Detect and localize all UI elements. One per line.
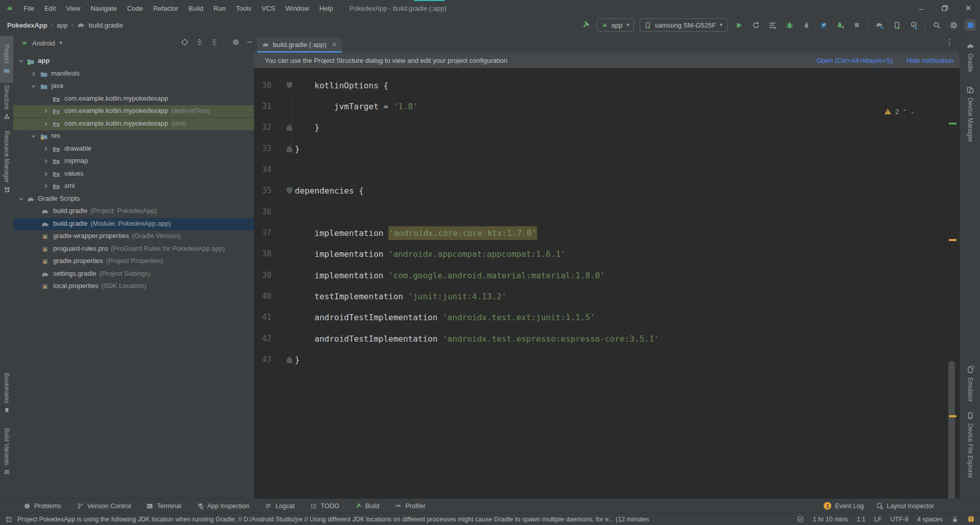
menu-build[interactable]: Build <box>183 5 208 12</box>
build-hammer-icon[interactable] <box>580 19 591 31</box>
chevron-right-icon[interactable] <box>42 157 50 165</box>
prev-warning-icon[interactable]: ⌃ <box>902 109 906 114</box>
sidebar-item-device-manager[interactable]: Device Manager <box>960 86 980 142</box>
toolwindow-profiler[interactable]: Profiler <box>394 503 426 510</box>
chevron-right-icon[interactable] <box>42 170 50 178</box>
tree-row-xml[interactable]: xml <box>13 180 254 193</box>
tab-close-icon[interactable]: ✕ <box>332 41 337 49</box>
sidebar-item-build-variants[interactable]: Build Variants <box>0 428 13 475</box>
collapse-all-icon[interactable] <box>211 38 218 46</box>
tree-row-gradle-wrapper-properties[interactable]: gradle-wrapper.properties(Gradle Version… <box>13 230 254 243</box>
attach-debugger-button[interactable] <box>801 19 812 31</box>
menu-navigate[interactable]: Navigate <box>85 5 122 12</box>
tree-row-proguard-rules[interactable]: proguard-rules.pro(ProGuard Rules for Po… <box>13 243 254 255</box>
fold-marker-icon[interactable] <box>287 82 292 89</box>
toolwindow-version-control[interactable]: Version Control <box>77 503 131 510</box>
tree-row-values[interactable]: values <box>13 168 254 180</box>
fold-marker-icon[interactable] <box>287 187 292 194</box>
sidebar-item-emulator[interactable]: Emulator <box>960 366 980 402</box>
close-button[interactable]: ✕ <box>956 0 980 16</box>
device-select[interactable]: samsung SM-G525F ▼ <box>640 18 728 32</box>
menu-edit[interactable]: Edit <box>39 5 61 12</box>
tree-row-build-gradle-project[interactable]: build.gradle(Project: PokedexApp) <box>13 205 254 218</box>
settings-button[interactable] <box>948 19 959 31</box>
menu-window[interactable]: Window <box>281 5 314 12</box>
next-warning-icon[interactable]: ⌄ <box>911 109 915 114</box>
tree-row-drawable[interactable]: drawable <box>13 143 254 155</box>
toolwindow-todo[interactable]: TODO <box>310 503 339 510</box>
stop-button[interactable] <box>851 19 862 31</box>
menu-vcs[interactable]: VCS <box>256 5 281 12</box>
minimize-button[interactable]: – <box>909 0 933 16</box>
tree-row-build-gradle-module[interactable]: build.gradle(Module: PokedexApp.app) <box>13 218 254 230</box>
sidebar-item-structure[interactable]: Structure <box>0 85 13 120</box>
menu-help[interactable]: Help <box>314 5 338 12</box>
notification-hide-link[interactable]: Hide notification <box>906 57 954 64</box>
retry-debug-button[interactable] <box>834 19 846 31</box>
tab-build-gradle-app[interactable]: build.gradle (:app) ✕ <box>257 38 342 53</box>
tree-row-settings-gradle[interactable]: settings.gradle(Project Settings) <box>13 268 254 280</box>
layout-inspector-button[interactable]: Layout Inspector <box>876 503 934 510</box>
notification-open-link[interactable]: Open (Ctrl+Alt+Mayús+S) <box>816 57 893 64</box>
tree-row-java[interactable]: java <box>13 80 254 92</box>
hide-panel-icon[interactable] <box>246 38 253 46</box>
fold-marker-icon[interactable] <box>287 124 292 131</box>
tree-row-local-properties[interactable]: local.properties(SDK Location) <box>13 280 254 293</box>
toolwindow-terminal[interactable]: Terminal <box>146 503 181 510</box>
file-encoding[interactable]: UTF-8 <box>891 516 908 523</box>
tree-row-mipmap[interactable]: mipmap <box>13 155 254 168</box>
tree-row-res[interactable]: res <box>13 130 254 142</box>
sidebar-item-device-file-explorer[interactable]: Device File Explorer <box>960 412 980 478</box>
menu-view[interactable]: View <box>61 5 85 12</box>
menu-file[interactable]: File <box>18 5 39 12</box>
toolwindow-problems[interactable]: Problems <box>24 503 61 510</box>
toolwindow-logcat[interactable]: Logcat <box>265 503 295 510</box>
error-stripe-mark-warning[interactable] <box>949 415 956 417</box>
apply-code-changes-button[interactable] <box>767 19 778 31</box>
maximize-button[interactable] <box>933 0 956 16</box>
inspection-widget[interactable]: 2 ⌃ ⌄ <box>884 108 915 115</box>
status-message[interactable]: Project PokedexApp is using the followin… <box>17 516 779 523</box>
chevron-down-icon[interactable] <box>30 132 37 140</box>
indent-setting[interactable]: 4 spaces <box>917 516 943 523</box>
tree-row-package-main[interactable]: com.example.kotlin.mypokedexapp <box>13 93 254 105</box>
breadcrumb-module[interactable]: app <box>57 21 68 29</box>
menu-refactor[interactable]: Refactor <box>148 5 183 12</box>
error-stripe-mark-green[interactable] <box>949 123 956 125</box>
profiler-button[interactable] <box>818 19 829 31</box>
caret-position[interactable]: 1:1 <box>857 516 866 523</box>
notifications-alert-icon[interactable] <box>967 515 975 523</box>
vertical-scrollbar[interactable] <box>948 361 955 519</box>
editor-options-kebab-icon[interactable]: ⋮ <box>945 37 953 47</box>
gradle-sync-button[interactable] <box>874 19 885 31</box>
fold-marker-icon[interactable] <box>287 146 292 152</box>
tree-row-gradle-properties[interactable]: gradle.properties(Project Properties) <box>13 255 254 268</box>
apply-changes-restart-button[interactable] <box>750 19 761 31</box>
breadcrumb-file[interactable]: build.gradle <box>88 21 123 29</box>
sidebar-item-project[interactable]: Project <box>0 36 13 83</box>
run-button[interactable] <box>733 19 744 31</box>
panel-settings-icon[interactable] <box>232 38 240 46</box>
chevron-right-icon[interactable] <box>42 182 50 190</box>
code-viewport[interactable]: 30 kotlinOptions { 31 jvmTarget = '1.8' … <box>254 68 960 498</box>
device-manager-button[interactable] <box>891 19 902 31</box>
expand-all-icon[interactable] <box>196 38 203 46</box>
debug-button[interactable] <box>784 19 795 31</box>
tree-row-package-test[interactable]: com.example.kotlin.mypokedexapp(test) <box>13 118 254 130</box>
sidebar-item-gradle[interactable]: Gradle <box>960 42 980 72</box>
run-configuration-select[interactable]: app ▼ <box>597 18 635 32</box>
tree-row-app[interactable]: app <box>13 55 254 67</box>
sidebar-item-bookmarks[interactable]: Bookmarks <box>0 373 13 414</box>
chevron-right-icon[interactable] <box>42 107 50 115</box>
sdk-manager-button[interactable] <box>908 19 919 31</box>
chevron-right-icon[interactable] <box>42 120 50 128</box>
tree-row-manifests[interactable]: manifests <box>13 68 254 80</box>
toolwindow-app-inspection[interactable]: App Inspection <box>197 503 250 510</box>
running-devices-button[interactable] <box>965 19 976 31</box>
search-everywhere-button[interactable] <box>931 19 942 31</box>
chevron-down-icon[interactable] <box>17 195 25 203</box>
menu-tools[interactable]: Tools <box>231 5 256 12</box>
error-stripe-mark-warning[interactable] <box>949 239 956 241</box>
locate-file-icon[interactable] <box>181 38 189 46</box>
toolwindow-toggle-icon[interactable] <box>5 516 12 523</box>
